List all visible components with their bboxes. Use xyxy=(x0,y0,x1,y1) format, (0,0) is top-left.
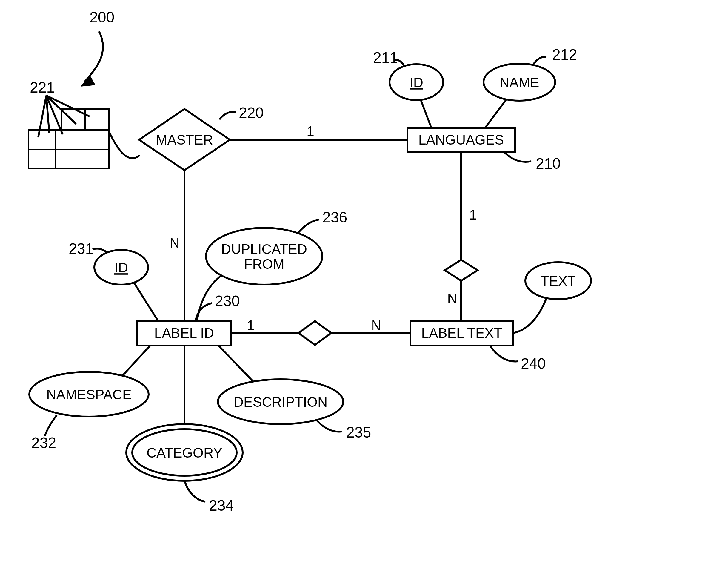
leader-210 xyxy=(504,152,531,162)
attr-namespace-label: NAMESPACE xyxy=(46,387,131,402)
leader-232 xyxy=(45,415,57,436)
leader-212 xyxy=(533,57,546,65)
card-labelid-rel-right: N xyxy=(371,318,381,333)
ref-234: 234 xyxy=(209,497,234,514)
ref-232: 232 xyxy=(31,435,56,451)
ref-221: 221 xyxy=(30,79,54,96)
ref-240: 240 xyxy=(521,355,546,372)
er-diagram: MASTER LANGUAGES ID NAME LABEL TEXT TEXT… xyxy=(0,0,728,571)
card-master-labelid: N xyxy=(169,235,179,251)
ref-235: 235 xyxy=(346,424,371,441)
attr-lang-name-label: NAME xyxy=(500,75,539,90)
attr-description-label: DESCRIPTION xyxy=(234,394,327,410)
entity-languages-label: LANGUAGES xyxy=(419,132,504,147)
leader-240 xyxy=(489,345,518,361)
ref-236: 236 xyxy=(322,209,347,226)
edge-lang-name xyxy=(485,100,506,128)
attr-lang-id-label: ID xyxy=(410,75,423,90)
card-labelid-rel-left: 1 xyxy=(247,318,255,333)
leader-221a xyxy=(38,96,46,137)
card-lang-rel-top: 1 xyxy=(469,207,477,223)
ref-211: 211 xyxy=(373,49,398,66)
edge-lang-id xyxy=(421,100,431,128)
relationship-master-label: MASTER xyxy=(156,132,213,147)
attr-lid-id-label: ID xyxy=(114,260,128,275)
entity-label-id-label: LABEL ID xyxy=(154,325,214,341)
leader-220 xyxy=(220,112,236,119)
ref-230: 230 xyxy=(215,293,240,309)
card-master-languages: 1 xyxy=(307,123,314,139)
edge-labeltext-text xyxy=(514,299,546,333)
attr-dup-from-label2: FROM xyxy=(244,256,284,272)
entity-label-text-label: LABEL TEXT xyxy=(421,325,502,341)
ref-220: 220 xyxy=(239,105,264,121)
ref-212: 212 xyxy=(552,46,577,63)
relationship-lang-labeltext xyxy=(445,260,477,281)
ref-210: 210 xyxy=(536,155,561,172)
edge-table-master xyxy=(109,131,140,158)
ref-231: 231 xyxy=(68,240,94,257)
leader-200 xyxy=(84,31,103,82)
attr-category-label: CATEGORY xyxy=(147,445,223,460)
attr-text-label: TEXT xyxy=(541,273,576,289)
leader-234 xyxy=(184,481,205,502)
arrowhead-200 xyxy=(81,75,96,87)
card-lang-rel-bot: N xyxy=(447,291,457,306)
leader-221e xyxy=(46,96,90,116)
ref-200: 200 xyxy=(90,9,114,26)
attr-dup-from-label1: DUPLICATED xyxy=(221,241,307,257)
relationship-labelid-labeltext xyxy=(298,321,331,345)
